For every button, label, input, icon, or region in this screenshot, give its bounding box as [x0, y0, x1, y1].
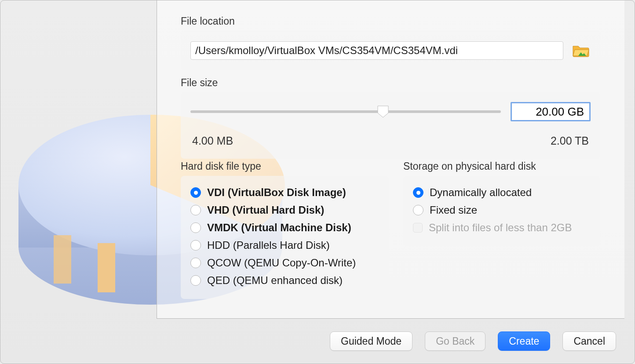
file-type-option-5[interactable]: QED (QEMU enhanced disk) — [190, 272, 380, 289]
storage-option-1[interactable]: Fixed size — [413, 201, 591, 219]
guided-mode-button[interactable]: Guided Mode — [330, 331, 412, 351]
file-size-slider[interactable] — [190, 106, 501, 118]
svg-rect-3 — [98, 243, 115, 292]
radio-icon — [190, 275, 201, 286]
file-type-option-label: HDD (Parallels Hard Disk) — [207, 239, 330, 251]
dialog-window: File location File size — [0, 0, 635, 364]
file-type-option-label: VMDK (Virtual Machine Disk) — [207, 222, 351, 234]
svg-rect-4 — [54, 235, 71, 284]
browse-folder-button[interactable] — [571, 42, 591, 59]
file-type-option-0[interactable]: VDI (VirtualBox Disk Image) — [190, 184, 380, 201]
storage-option-label: Dynamically allocated — [430, 186, 532, 199]
file-type-group: VDI (VirtualBox Disk Image)VHD (Virtual … — [181, 176, 389, 299]
file-size-group: 4.00 MB 2.00 TB — [181, 92, 600, 159]
file-type-option-4[interactable]: QCOW (QEMU Copy-On-Write) — [190, 254, 380, 272]
radio-icon — [190, 258, 201, 268]
radio-icon — [413, 205, 423, 215]
create-button[interactable]: Create — [498, 331, 550, 351]
file-size-label: File size — [181, 77, 600, 89]
file-type-option-label: VHD (Virtual Hard Disk) — [207, 204, 324, 216]
content-panel: File location File size — [157, 0, 624, 319]
radio-icon — [190, 187, 201, 198]
checkbox-icon — [413, 223, 423, 233]
folder-open-icon — [572, 44, 590, 58]
file-type-option-label: QED (QEMU enhanced disk) — [207, 274, 343, 287]
file-type-option-3[interactable]: HDD (Parallels Hard Disk) — [190, 237, 380, 254]
file-type-option-1[interactable]: VHD (Virtual Hard Disk) — [190, 201, 380, 219]
dialog-footer: Guided Mode Go Back Create Cancel — [0, 319, 635, 364]
file-size-max: 2.00 TB — [551, 135, 589, 147]
storage-option-label: Split into files of less than 2GB — [429, 222, 572, 234]
storage-label: Storage on physical hard disk — [403, 160, 600, 172]
storage-option-label: Fixed size — [430, 204, 477, 216]
file-size-min: 4.00 MB — [192, 135, 233, 147]
file-type-section: Hard disk file type VDI (VirtualBox Disk… — [181, 160, 389, 299]
radio-icon — [190, 222, 201, 233]
go-back-button: Go Back — [425, 331, 485, 351]
storage-section: Storage on physical hard disk Dynamicall… — [403, 160, 600, 246]
file-type-option-2[interactable]: VMDK (Virtual Machine Disk) — [190, 219, 380, 237]
file-type-option-label: VDI (VirtualBox Disk Image) — [207, 186, 346, 199]
file-type-option-label: QCOW (QEMU Copy-On-Write) — [207, 257, 356, 269]
file-location-label: File location — [181, 15, 600, 27]
storage-group: Dynamically allocatedFixed sizeSplit int… — [403, 176, 600, 246]
cancel-button[interactable]: Cancel — [562, 331, 616, 351]
file-location-section: File location — [181, 15, 600, 70]
radio-icon — [190, 240, 201, 251]
storage-option-0[interactable]: Dynamically allocated — [413, 184, 591, 201]
storage-option-2: Split into files of less than 2GB — [413, 219, 591, 237]
file-type-label: Hard disk file type — [181, 160, 389, 172]
radio-icon — [190, 205, 201, 215]
file-size-input[interactable] — [511, 102, 591, 121]
file-size-section: File size 4.00 MB 2.00 TB — [181, 77, 600, 159]
file-location-group — [181, 31, 600, 70]
file-location-input[interactable] — [190, 41, 563, 60]
radio-icon — [413, 187, 423, 198]
